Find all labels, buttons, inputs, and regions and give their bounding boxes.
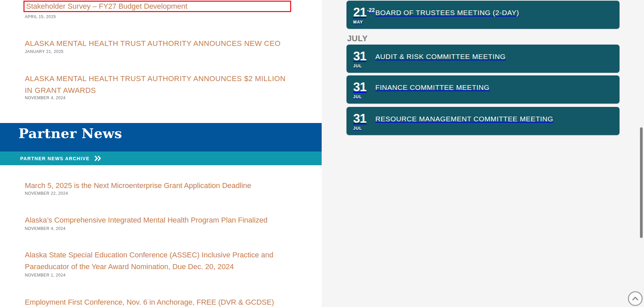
- event-card-board-of-trustees[interactable]: 21 -22 MAY BOARD OF TRUSTEES MEETING (2-…: [346, 1, 620, 29]
- partner-news-heading: Partner News: [18, 125, 122, 141]
- event-date-block: 31 JUL: [353, 51, 371, 68]
- event-title: FINANCE COMMITTEE MEETING: [375, 83, 490, 91]
- partner-news-link-1[interactable]: Alaska’s Comprehensive Integrated Mental…: [25, 214, 293, 226]
- partner-news-link-2[interactable]: Alaska State Special Education Conferenc…: [25, 249, 293, 272]
- partner-news-banner: Partner News: [0, 123, 322, 151]
- event-date-block: 31 JUL: [353, 113, 371, 131]
- event-month: JUL: [353, 64, 371, 68]
- event-month: JUL: [353, 95, 371, 99]
- trust-news-date-1: JANUARY 21, 2025: [25, 49, 63, 54]
- event-month: JUL: [353, 126, 371, 131]
- partner-news-archive-link[interactable]: PARTNER NEWS ARCHIVE: [0, 151, 322, 165]
- partner-news-link-0[interactable]: March 5, 2025 is the Next Microenterpris…: [25, 180, 293, 191]
- events-month-heading: JULY: [347, 34, 368, 43]
- trust-news-date-2: NOVEMBER 4, 2024: [25, 96, 66, 100]
- event-title: RESOURCE MANAGEMENT COMMITTEE MEETING: [375, 115, 553, 123]
- vertical-scrollbar-thumb[interactable]: [640, 127, 643, 238]
- partner-news-date-0: NOVEMBER 22, 2024: [25, 191, 68, 196]
- trust-news-link-0[interactable]: Stakeholder Survey – FY27 Budget Develop…: [26, 1, 187, 11]
- event-card-audit-risk-committee[interactable]: 31 JUL AUDIT & RISK COMMITTEE MEETING: [346, 45, 620, 73]
- event-month: MAY: [353, 20, 371, 24]
- event-day: 31: [353, 51, 366, 61]
- page: Stakeholder Survey – FY27 Budget Develop…: [0, 0, 644, 307]
- highlighted-link-outline: Stakeholder Survey – FY27 Budget Develop…: [23, 1, 291, 12]
- trust-news-date-0: APRIL 15, 2025: [25, 14, 56, 19]
- back-to-top-button[interactable]: [628, 291, 643, 306]
- event-card-resource-management-committee[interactable]: 31 JUL RESOURCE MANAGEMENT COMMITTEE MEE…: [346, 107, 620, 135]
- event-day-end: -22: [367, 8, 375, 13]
- partner-news-archive-label: PARTNER NEWS ARCHIVE: [20, 156, 90, 161]
- event-title: BOARD OF TRUSTEES MEETING (2-DAY): [375, 9, 519, 17]
- event-card-finance-committee[interactable]: 31 JUL FINANCE COMMITTEE MEETING: [346, 75, 620, 104]
- trust-news-link-2[interactable]: ALASKA MENTAL HEALTH TRUST AUTHORITY ANN…: [25, 73, 293, 96]
- partner-news-date-1: NOVEMBER 4, 2024: [25, 226, 66, 231]
- event-day: 31: [353, 113, 366, 124]
- chevron-up-icon: [631, 294, 640, 303]
- event-date-block: 21 -22 MAY: [353, 7, 371, 24]
- partner-news-link-3[interactable]: Employment First Conference, Nov. 6 in A…: [25, 296, 293, 307]
- event-day: 31: [353, 82, 366, 92]
- event-day: 21: [353, 7, 366, 17]
- double-chevron-right-icon: [94, 156, 102, 161]
- event-date-block: 31 JUL: [353, 82, 371, 99]
- trust-news-link-1[interactable]: ALASKA MENTAL HEALTH TRUST AUTHORITY ANN…: [25, 38, 297, 49]
- event-title: AUDIT & RISK COMMITTEE MEETING: [375, 53, 506, 61]
- partner-news-date-2: NOVEMBER 1, 2024: [25, 273, 66, 278]
